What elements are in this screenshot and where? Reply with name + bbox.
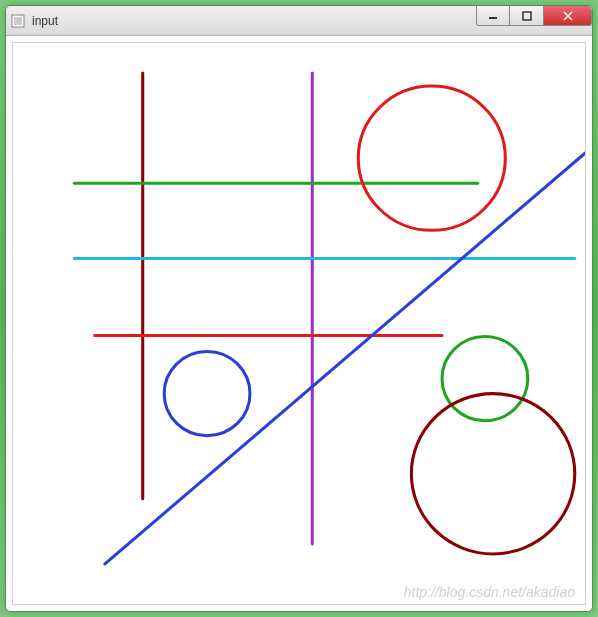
minimize-button[interactable] xyxy=(476,6,510,26)
window-controls xyxy=(476,6,592,26)
green-circle xyxy=(442,337,528,421)
blue-diagonal xyxy=(105,153,585,564)
app-icon xyxy=(10,13,26,29)
app-window: input http://blog.csdn.net/akadiao xyxy=(5,5,593,612)
blue-circle xyxy=(164,352,250,436)
canvas-container: http://blog.csdn.net/akadiao xyxy=(12,42,586,605)
titlebar[interactable]: input xyxy=(6,6,592,36)
svg-rect-3 xyxy=(523,12,531,20)
dark-red-circle xyxy=(411,394,574,554)
svg-rect-1 xyxy=(14,17,22,25)
drawing-canvas xyxy=(13,43,585,604)
red-circle xyxy=(358,86,505,230)
client-area: http://blog.csdn.net/akadiao xyxy=(6,36,592,611)
close-button[interactable] xyxy=(544,6,592,26)
maximize-button[interactable] xyxy=(510,6,544,26)
